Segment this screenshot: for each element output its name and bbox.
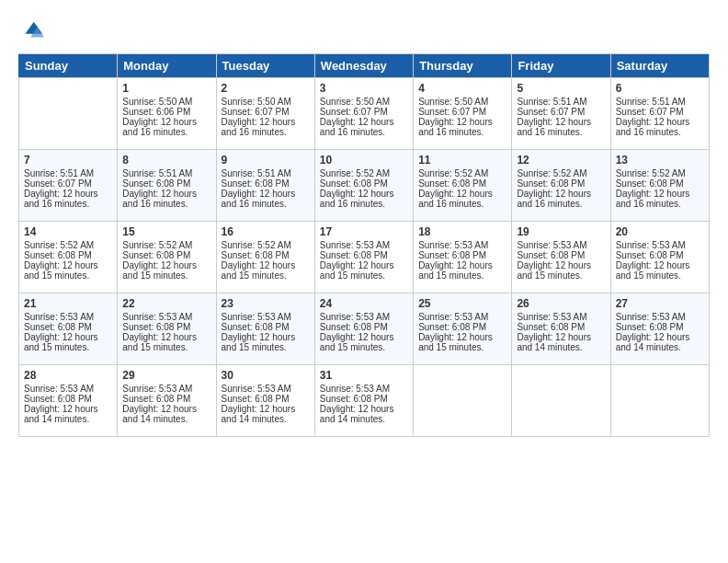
sunset-text: Sunset: 6:07 PM (517, 107, 605, 117)
calendar-cell: 30Sunrise: 5:53 AMSunset: 6:08 PMDayligh… (216, 365, 314, 437)
sunrise-text: Sunrise: 5:50 AM (222, 97, 310, 107)
week-row-5: 28Sunrise: 5:53 AMSunset: 6:08 PMDayligh… (19, 365, 710, 437)
daylight-text: Daylight: 12 hours and 14 minutes. (616, 332, 704, 352)
header-row: SundayMondayTuesdayWednesdayThursdayFrid… (19, 54, 710, 78)
calendar-cell: 11Sunrise: 5:52 AMSunset: 6:08 PMDayligh… (414, 150, 512, 222)
calendar-cell: 28Sunrise: 5:53 AMSunset: 6:08 PMDayligh… (19, 365, 118, 437)
sunset-text: Sunset: 6:08 PM (24, 250, 112, 260)
sunrise-text: Sunrise: 5:53 AM (122, 384, 210, 394)
day-number: 24 (320, 297, 408, 310)
sunrise-text: Sunrise: 5:53 AM (24, 384, 112, 394)
calendar-cell: 7Sunrise: 5:51 AMSunset: 6:07 PMDaylight… (19, 150, 118, 222)
daylight-text: Daylight: 12 hours and 15 minutes. (320, 332, 408, 352)
sunset-text: Sunset: 6:06 PM (122, 107, 210, 117)
sunset-text: Sunset: 6:08 PM (320, 178, 408, 189)
sunrise-text: Sunrise: 5:51 AM (616, 97, 704, 107)
calendar-cell: 14Sunrise: 5:52 AMSunset: 6:08 PMDayligh… (19, 222, 118, 293)
sunset-text: Sunset: 6:08 PM (517, 250, 605, 260)
calendar-cell: 27Sunrise: 5:53 AMSunset: 6:08 PMDayligh… (610, 293, 709, 365)
sunset-text: Sunset: 6:08 PM (122, 178, 210, 189)
daylight-text: Daylight: 12 hours and 14 minutes. (122, 404, 210, 424)
header-cell-monday: Monday (118, 54, 216, 78)
calendar-cell: 12Sunrise: 5:52 AMSunset: 6:08 PMDayligh… (512, 150, 610, 222)
day-number: 20 (616, 225, 704, 238)
day-number: 15 (122, 225, 210, 238)
calendar-cell: 18Sunrise: 5:53 AMSunset: 6:08 PMDayligh… (414, 222, 512, 293)
day-number: 23 (222, 297, 310, 310)
day-number: 6 (616, 82, 704, 95)
daylight-text: Daylight: 12 hours and 16 minutes. (616, 117, 704, 137)
daylight-text: Daylight: 12 hours and 16 minutes. (222, 189, 310, 209)
calendar-cell: 25Sunrise: 5:53 AMSunset: 6:08 PMDayligh… (414, 293, 512, 365)
day-number: 9 (222, 154, 310, 167)
header-cell-thursday: Thursday (414, 54, 512, 78)
day-number: 21 (24, 297, 112, 310)
sunrise-text: Sunrise: 5:53 AM (24, 312, 112, 322)
calendar-cell: 6Sunrise: 5:51 AMSunset: 6:07 PMDaylight… (610, 78, 709, 150)
sunset-text: Sunset: 6:08 PM (616, 322, 704, 332)
sunrise-text: Sunrise: 5:53 AM (222, 384, 310, 394)
week-row-3: 14Sunrise: 5:52 AMSunset: 6:08 PMDayligh… (19, 222, 710, 293)
daylight-text: Daylight: 12 hours and 15 minutes. (418, 260, 506, 281)
sunset-text: Sunset: 6:07 PM (320, 107, 408, 117)
calendar-cell: 24Sunrise: 5:53 AMSunset: 6:08 PMDayligh… (314, 293, 413, 365)
calendar-cell: 5Sunrise: 5:51 AMSunset: 6:07 PMDaylight… (512, 78, 610, 150)
sunrise-text: Sunrise: 5:51 AM (122, 168, 210, 178)
calendar-cell: 8Sunrise: 5:51 AMSunset: 6:08 PMDaylight… (118, 150, 216, 222)
daylight-text: Daylight: 12 hours and 16 minutes. (122, 117, 210, 137)
day-number: 3 (320, 82, 408, 95)
day-number: 18 (418, 225, 506, 238)
calendar-table: SundayMondayTuesdayWednesdayThursdayFrid… (18, 53, 710, 437)
daylight-text: Daylight: 12 hours and 14 minutes. (517, 332, 605, 352)
calendar-cell: 4Sunrise: 5:50 AMSunset: 6:07 PMDaylight… (414, 78, 512, 150)
sunset-text: Sunset: 6:07 PM (24, 178, 112, 189)
daylight-text: Daylight: 12 hours and 14 minutes. (320, 404, 408, 424)
header-cell-sunday: Sunday (19, 54, 118, 78)
day-number: 31 (320, 369, 408, 382)
week-row-1: 1Sunrise: 5:50 AMSunset: 6:06 PMDaylight… (19, 78, 710, 150)
daylight-text: Daylight: 12 hours and 15 minutes. (122, 260, 210, 281)
day-number: 8 (122, 154, 210, 167)
day-number: 25 (418, 297, 506, 310)
sunset-text: Sunset: 6:08 PM (320, 322, 408, 332)
sunset-text: Sunset: 6:08 PM (418, 322, 506, 332)
daylight-text: Daylight: 12 hours and 15 minutes. (222, 332, 310, 352)
sunset-text: Sunset: 6:08 PM (222, 178, 310, 189)
sunrise-text: Sunrise: 5:53 AM (616, 312, 704, 322)
header-cell-friday: Friday (512, 54, 610, 78)
calendar-cell (414, 365, 512, 437)
calendar-cell (512, 365, 610, 437)
week-row-4: 21Sunrise: 5:53 AMSunset: 6:08 PMDayligh… (19, 293, 710, 365)
day-number: 4 (418, 82, 506, 95)
sunset-text: Sunset: 6:08 PM (517, 322, 605, 332)
calendar-cell (610, 365, 709, 437)
sunrise-text: Sunrise: 5:53 AM (222, 312, 310, 322)
day-number: 29 (122, 369, 210, 382)
day-number: 5 (517, 82, 605, 95)
daylight-text: Daylight: 12 hours and 15 minutes. (418, 332, 506, 352)
daylight-text: Daylight: 12 hours and 15 minutes. (616, 260, 704, 281)
day-number: 16 (222, 225, 310, 238)
calendar-cell: 19Sunrise: 5:53 AMSunset: 6:08 PMDayligh… (512, 222, 610, 293)
header-cell-saturday: Saturday (610, 54, 709, 78)
sunset-text: Sunset: 6:08 PM (418, 250, 506, 260)
day-number: 30 (222, 369, 310, 382)
calendar-cell: 22Sunrise: 5:53 AMSunset: 6:08 PMDayligh… (118, 293, 216, 365)
sunset-text: Sunset: 6:07 PM (616, 107, 704, 117)
sunset-text: Sunset: 6:08 PM (222, 250, 310, 260)
calendar-cell: 16Sunrise: 5:52 AMSunset: 6:08 PMDayligh… (216, 222, 314, 293)
daylight-text: Daylight: 12 hours and 15 minutes. (24, 332, 112, 352)
daylight-text: Daylight: 12 hours and 16 minutes. (320, 189, 408, 209)
calendar-cell: 20Sunrise: 5:53 AMSunset: 6:08 PMDayligh… (610, 222, 709, 293)
calendar-cell (19, 78, 118, 150)
calendar-cell: 9Sunrise: 5:51 AMSunset: 6:08 PMDaylight… (216, 150, 314, 222)
daylight-text: Daylight: 12 hours and 16 minutes. (418, 189, 506, 209)
day-number: 2 (222, 82, 310, 95)
daylight-text: Daylight: 12 hours and 16 minutes. (517, 189, 605, 209)
day-number: 26 (517, 297, 605, 310)
day-number: 17 (320, 225, 408, 238)
sunrise-text: Sunrise: 5:53 AM (122, 312, 210, 322)
daylight-text: Daylight: 12 hours and 16 minutes. (517, 117, 605, 137)
sunset-text: Sunset: 6:07 PM (418, 107, 506, 117)
sunrise-text: Sunrise: 5:52 AM (418, 168, 506, 178)
